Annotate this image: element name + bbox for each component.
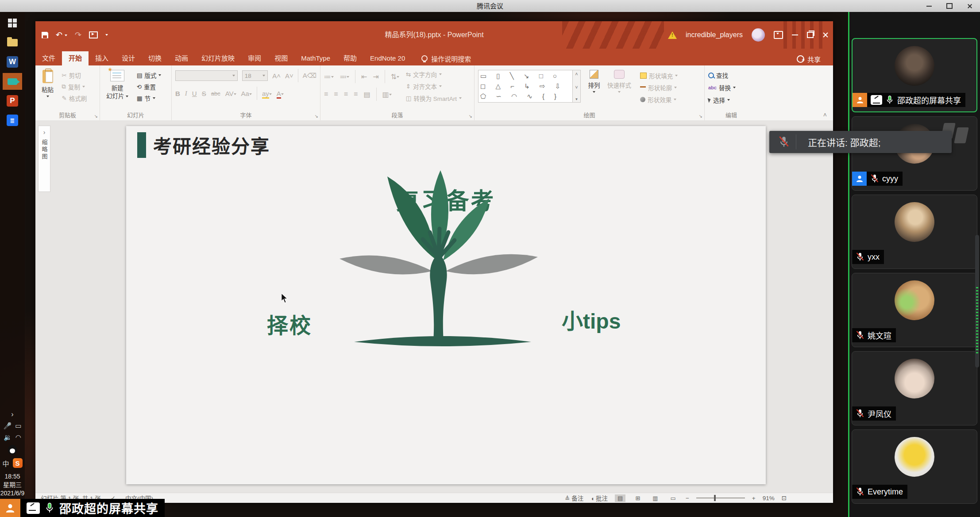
reading-view-button[interactable]: ▥ — [650, 494, 660, 502]
zoom-in-button[interactable]: + — [752, 495, 756, 502]
decrease-indent-button[interactable]: ⇤ — [361, 73, 367, 81]
participant-tile-sharing[interactable]: 邵政超的屏幕共享 — [852, 38, 977, 112]
paragraph-dialog-launcher-icon[interactable]: ↘ — [469, 114, 472, 119]
layout-button[interactable]: ▤版式 — [137, 71, 162, 80]
convert-smartart-button[interactable]: ◫转换为 SmartArt — [406, 94, 462, 103]
clipboard-dialog-launcher-icon[interactable]: ↘ — [94, 114, 98, 119]
replace-button[interactable]: abc替换 — [708, 83, 736, 92]
format-painter-button[interactable]: ✎格式刷 — [62, 94, 87, 103]
select-button[interactable]: 选择 — [708, 96, 736, 104]
powerpoint-button[interactable]: P — [4, 92, 21, 109]
font-dialog-launcher-icon[interactable]: ↘ — [315, 114, 318, 119]
character-spacing-button[interactable]: AV — [225, 90, 236, 97]
ime-indicator[interactable]: 中 — [2, 459, 9, 468]
shapes-gallery[interactable]: ▭ ▯ ╲ ↘ □ ○ ◻ △ ⌐ ↳ ⇨ ⇩ ⬠ ∽ ◠ ∿ { } — [478, 70, 573, 103]
slide-sorter-button[interactable]: ⊞ — [633, 494, 643, 502]
ribbon-display-options-button[interactable] — [774, 31, 783, 39]
abc-strike-button[interactable]: abc — [211, 90, 220, 97]
highlight-button[interactable]: ay — [262, 90, 272, 97]
participant-tile[interactable]: Everytime — [852, 429, 977, 504]
numbering-button[interactable]: ≕ — [340, 73, 349, 81]
shape-effects-button[interactable]: 形状效果 — [640, 95, 678, 104]
tab-slideshow[interactable]: 幻灯片放映 — [195, 51, 241, 65]
tab-review[interactable]: 审阅 — [241, 51, 268, 65]
line-spacing-button[interactable]: ⇅ — [391, 73, 399, 81]
show-hidden-icons-button[interactable]: › — [11, 410, 13, 418]
panel-scrollbar[interactable] — [975, 235, 979, 368]
tray-mic-icon[interactable]: 🎤 — [4, 422, 12, 430]
align-left-button[interactable]: ≡ — [324, 90, 328, 98]
expand-pane-chevron-icon[interactable]: › — [43, 129, 46, 136]
tab-mathtype[interactable]: MathType — [294, 51, 337, 65]
arrange-button[interactable]: 排列 — [585, 68, 602, 95]
volume-icon[interactable]: 🔉 — [4, 433, 12, 441]
gallery-more-button[interactable]: ▼ — [575, 97, 579, 101]
columns-button[interactable]: ▥ — [382, 90, 392, 99]
find-button[interactable]: 查找 — [708, 71, 736, 80]
notes-button[interactable]: ≜ 备注 — [565, 494, 583, 502]
align-right-button[interactable]: ≡ — [344, 90, 348, 98]
zoom-level[interactable]: 91% — [763, 495, 775, 502]
tab-design[interactable]: 设计 — [115, 51, 142, 65]
bullets-button[interactable]: ≔ — [324, 73, 334, 81]
bold-button[interactable]: B — [175, 90, 180, 97]
reset-button[interactable]: ⟲重置 — [137, 82, 162, 91]
tab-animations[interactable]: 动画 — [168, 51, 195, 65]
thumbnail-pane-collapsed[interactable]: › 缩略图 — [38, 126, 50, 192]
tab-transitions[interactable]: 切换 — [142, 51, 168, 65]
distribute-button[interactable]: ▤ — [363, 90, 370, 99]
zoom-slider-thumb[interactable] — [714, 495, 716, 501]
zoom-slider[interactable] — [696, 498, 745, 498]
ppt-minimize-button[interactable] — [792, 34, 798, 35]
gallery-up-button[interactable]: ˄ — [575, 71, 578, 77]
tencent-meeting-button[interactable] — [3, 73, 22, 90]
font-name-combobox[interactable] — [175, 70, 238, 81]
battery-icon[interactable]: ▭ — [15, 422, 21, 430]
tab-file[interactable]: 文件 — [35, 51, 62, 65]
clear-formatting-button[interactable]: A⌫ — [303, 72, 316, 80]
fit-to-window-button[interactable]: ⊡ — [782, 494, 787, 502]
slideshow-view-button[interactable]: ▭ — [668, 494, 679, 502]
quick-styles-button[interactable]: 快速样式 — [605, 68, 634, 95]
window-minimize-button[interactable] — [919, 0, 939, 12]
account-name[interactable]: incredible_players — [686, 31, 743, 39]
share-button[interactable]: 共享 — [797, 54, 821, 64]
qq-icon[interactable] — [8, 445, 17, 455]
shrink-font-button[interactable]: A˅ — [285, 72, 293, 80]
tab-insert[interactable]: 插入 — [89, 51, 115, 65]
participant-tile[interactable]: cyyy — [852, 116, 977, 191]
comments-button[interactable]: ◖ 批注 — [590, 494, 608, 502]
cut-button[interactable]: ✂剪切 — [62, 71, 87, 80]
new-slide-button[interactable]: 新建 幻灯片 — [104, 68, 131, 102]
taskbar-clock[interactable]: 18:55 星期三 2021/6/9 — [0, 472, 25, 498]
normal-view-button[interactable]: ▤ — [615, 494, 625, 502]
ppt-close-button[interactable] — [822, 32, 829, 38]
italic-button[interactable]: I — [185, 90, 187, 97]
window-maximize-button[interactable] — [939, 0, 960, 12]
tab-endnote[interactable]: EndNote 20 — [363, 51, 412, 65]
font-color-button[interactable]: A — [277, 90, 284, 97]
section-button[interactable]: ▦节 — [137, 94, 162, 103]
ppt-restore-button[interactable] — [807, 32, 814, 38]
align-text-button[interactable]: ⇕对齐文本 — [406, 82, 462, 91]
start-button[interactable] — [4, 15, 21, 31]
account-avatar[interactable] — [752, 28, 765, 42]
grow-font-button[interactable]: A˄ — [272, 72, 281, 80]
change-case-button[interactable]: Aa — [241, 90, 252, 97]
tab-view[interactable]: 视图 — [268, 51, 294, 65]
file-explorer-button[interactable] — [4, 34, 21, 51]
shape-outline-button[interactable]: 形状轮廓 — [640, 83, 678, 92]
paste-button[interactable]: 粘贴 — [39, 68, 56, 99]
copy-button[interactable]: ⧉复制 — [62, 82, 87, 91]
increase-indent-button[interactable]: ⇥ — [373, 73, 378, 81]
gallery-down-button[interactable]: ˅ — [575, 84, 578, 90]
strikethrough-button[interactable]: S — [202, 90, 206, 97]
collapse-ribbon-button[interactable]: ˄ — [823, 111, 827, 119]
tell-me-search[interactable]: 操作说明搜索 — [421, 51, 471, 65]
tencent-docs-button[interactable]: ≣ — [4, 112, 21, 129]
sogou-icon[interactable]: S — [13, 458, 23, 468]
window-close-button[interactable] — [960, 0, 980, 12]
justify-button[interactable]: ≡ — [354, 90, 358, 98]
underline-button[interactable]: U — [192, 90, 197, 97]
zoom-out-button[interactable]: − — [686, 495, 689, 502]
